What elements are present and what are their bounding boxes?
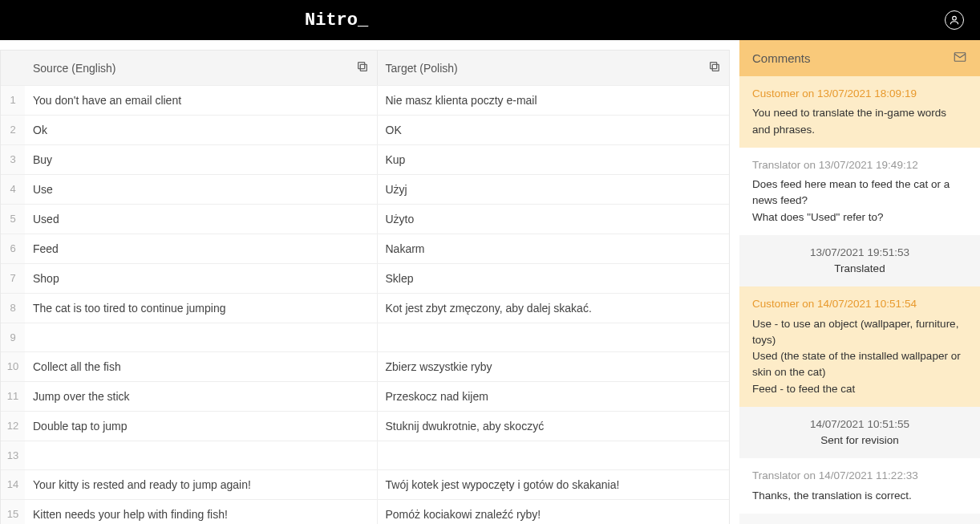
comment-text: Does feed here mean to feed the cat or a… <box>752 177 967 225</box>
main-content: Source (English) Target (Polish) 1You do… <box>0 40 980 524</box>
source-header: Source (English) <box>25 51 378 85</box>
target-cell[interactable] <box>378 441 730 469</box>
table-header-row: Source (English) Target (Polish) <box>1 51 729 85</box>
system-message: Sent for revision <box>752 433 967 449</box>
table-row[interactable]: 4UseUżyj <box>1 174 729 204</box>
row-number: 1 <box>1 86 25 115</box>
target-cell[interactable]: Przeskocz nad kijem <box>378 382 730 411</box>
comments-panel: Comments Customer on 13/07/2021 18:09:19… <box>739 40 980 524</box>
comment-meta: Translator on 13/07/2021 19:49:12 <box>752 157 967 173</box>
comment-text: Use - to use an object (wallpaper, furni… <box>752 316 967 397</box>
svg-rect-4 <box>711 63 717 69</box>
table-row[interactable]: 10Collect all the fishZbierz wszystkie r… <box>1 351 729 381</box>
row-number: 11 <box>1 382 25 411</box>
comments-header: Comments <box>739 40 980 76</box>
comment-translator: Translator on 14/07/2021 11:22:33Thanks,… <box>739 458 980 514</box>
comments-list: Customer on 13/07/2021 18:09:19You need … <box>739 76 980 514</box>
comment-translator: Translator on 13/07/2021 19:49:12Does fe… <box>739 148 980 235</box>
table-row[interactable]: 1You don't have an email clientNie masz … <box>1 85 729 115</box>
comment-text: Thanks, the translation is correct. <box>752 488 967 504</box>
row-number: 13 <box>1 441 25 469</box>
target-cell[interactable]: Użyto <box>378 205 730 234</box>
table-row[interactable]: 9 <box>1 323 729 351</box>
copy-target-icon[interactable] <box>708 60 721 75</box>
row-number-header <box>1 51 25 85</box>
row-number: 12 <box>1 412 25 441</box>
table-row[interactable]: 12Double tap to jumpStuknij dwukrotnie, … <box>1 411 729 441</box>
svg-rect-5 <box>954 53 966 62</box>
target-header: Target (Polish) <box>378 51 730 85</box>
table-row[interactable]: 7ShopSklep <box>1 263 729 293</box>
source-cell[interactable]: Collect all the fish <box>25 352 378 381</box>
table-row[interactable]: 2OkOK <box>1 115 729 144</box>
table-row[interactable]: 15Kitten needs your help with finding fi… <box>1 499 729 524</box>
table-body: 1You don't have an email clientNie masz … <box>1 85 729 524</box>
target-cell[interactable]: Zbierz wszystkie ryby <box>378 352 730 381</box>
table-row[interactable]: 14Your kitty is rested and ready to jump… <box>1 469 729 499</box>
row-number: 3 <box>1 145 25 174</box>
source-cell[interactable]: Kitten needs your help with finding fish… <box>25 500 378 524</box>
row-number: 10 <box>1 352 25 381</box>
table-row[interactable]: 8The cat is too tired to continue jumpin… <box>1 293 729 323</box>
source-cell[interactable]: The cat is too tired to continue jumping <box>25 294 378 323</box>
source-cell[interactable] <box>25 441 378 469</box>
source-cell[interactable]: Shop <box>25 264 378 293</box>
table-row[interactable]: 11Jump over the stickPrzeskocz nad kijem <box>1 381 729 411</box>
system-timestamp: 14/07/2021 10:51:55 <box>752 416 967 433</box>
source-cell[interactable]: Your kitty is rested and ready to jump a… <box>25 470 378 499</box>
svg-rect-3 <box>712 64 719 71</box>
source-header-label: Source (English) <box>33 62 116 75</box>
row-number: 2 <box>1 116 25 144</box>
target-cell[interactable]: OK <box>378 116 730 144</box>
target-header-label: Target (Polish) <box>386 62 458 75</box>
target-cell[interactable]: Użyj <box>378 175 730 204</box>
comment-text: You need to translate the in-game words … <box>752 105 967 138</box>
comment-system: 13/07/2021 19:51:53Translated <box>739 235 980 287</box>
target-cell[interactable]: Kup <box>378 145 730 174</box>
target-cell[interactable]: Stuknij dwukrotnie, aby skoczyć <box>378 412 730 441</box>
table-row[interactable]: 3BuyKup <box>1 144 729 174</box>
comment-customer: Customer on 13/07/2021 18:09:19You need … <box>739 76 980 148</box>
table-row[interactable]: 13 <box>1 441 729 469</box>
row-number: 7 <box>1 264 25 293</box>
user-avatar-icon[interactable] <box>945 10 964 30</box>
table-row[interactable]: 6FeedNakarm <box>1 234 729 263</box>
row-number: 14 <box>1 470 25 499</box>
translation-table: Source (English) Target (Polish) 1You do… <box>0 50 730 524</box>
source-cell[interactable]: Double tap to jump <box>25 412 378 441</box>
source-cell[interactable]: Jump over the stick <box>25 382 378 411</box>
svg-point-0 <box>953 16 957 20</box>
translation-panel: Source (English) Target (Polish) 1You do… <box>0 40 739 524</box>
target-cell[interactable]: Nie masz klienta poczty e-mail <box>378 86 730 115</box>
mail-icon[interactable] <box>953 50 967 67</box>
source-cell[interactable]: Ok <box>25 116 378 144</box>
comment-meta: Translator on 14/07/2021 11:22:33 <box>752 468 967 484</box>
row-number: 9 <box>1 323 25 351</box>
source-cell[interactable]: Buy <box>25 145 378 174</box>
target-cell[interactable]: Twój kotek jest wypoczęty i gotów do ska… <box>378 470 730 499</box>
system-message: Translated <box>752 261 967 277</box>
comment-system: 14/07/2021 10:51:55Sent for revision <box>739 407 980 459</box>
table-row[interactable]: 5UsedUżyto <box>1 204 729 234</box>
source-cell[interactable]: Used <box>25 205 378 234</box>
row-number: 15 <box>1 500 25 524</box>
source-cell[interactable]: You don't have an email client <box>25 86 378 115</box>
target-cell[interactable]: Kot jest zbyt zmęczony, aby dalej skakać… <box>378 294 730 323</box>
system-timestamp: 13/07/2021 19:51:53 <box>752 245 967 261</box>
top-header: Nitro_ <box>0 0 980 40</box>
target-cell[interactable]: Nakarm <box>378 234 730 263</box>
row-number: 6 <box>1 234 25 263</box>
row-number: 5 <box>1 205 25 234</box>
copy-source-icon[interactable] <box>356 60 369 75</box>
target-cell[interactable] <box>378 323 730 351</box>
target-cell[interactable]: Pomóż kociakowi znaleźć ryby! <box>378 500 730 524</box>
target-cell[interactable]: Sklep <box>378 264 730 293</box>
source-cell[interactable] <box>25 323 378 351</box>
row-number: 8 <box>1 294 25 323</box>
source-cell[interactable]: Feed <box>25 234 378 263</box>
logo: Nitro_ <box>305 10 368 30</box>
comment-meta: Customer on 14/07/2021 10:51:54 <box>752 296 967 312</box>
source-cell[interactable]: Use <box>25 175 378 204</box>
svg-rect-1 <box>360 64 366 71</box>
comment-customer: Customer on 14/07/2021 10:51:54Use - to … <box>739 286 980 407</box>
